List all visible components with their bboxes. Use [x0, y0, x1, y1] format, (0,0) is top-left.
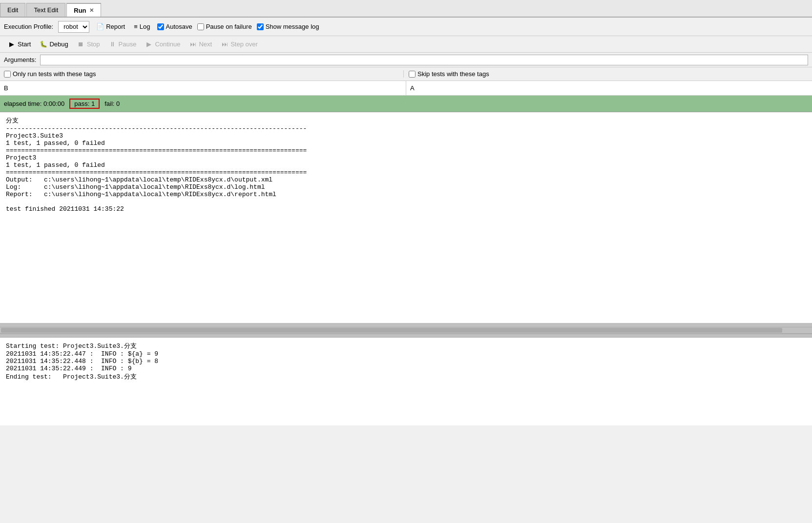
start-button[interactable]: ▶ Start	[4, 40, 35, 49]
log-label: Log	[140, 23, 150, 30]
arguments-row: Arguments:	[0, 53, 812, 67]
next-button[interactable]: ⏭ Next	[185, 40, 216, 49]
tab-run-label: Run	[74, 7, 86, 14]
only-run-tags-input[interactable]	[0, 81, 406, 95]
message-log[interactable]: Starting test: Project3.Suite3.分支 202110…	[0, 338, 812, 425]
tags-input-row	[0, 81, 812, 96]
pause-on-failure-label[interactable]: Pause on failure	[197, 23, 252, 30]
show-message-log-checkbox[interactable]	[257, 23, 264, 30]
start-icon: ▶	[8, 40, 16, 48]
continue-icon: ▶	[145, 40, 153, 48]
skip-tags-input[interactable]	[406, 81, 812, 95]
step-over-button[interactable]: ⏭ Step over	[217, 40, 262, 49]
autosave-label-text: Autosave	[166, 23, 192, 30]
status-bar: elapsed time: 0:00:00 pass: 1 fail: 0	[0, 96, 812, 112]
arguments-label: Arguments:	[4, 56, 36, 63]
stop-label: Stop	[87, 40, 100, 48]
debug-icon: 🐛	[40, 40, 47, 48]
pause-on-failure-checkbox[interactable]	[197, 23, 204, 30]
debug-button[interactable]: 🐛 Debug	[36, 40, 72, 49]
report-button[interactable]: 📄 Report	[94, 22, 127, 31]
elapsed-time: elapsed time: 0:00:00	[4, 100, 64, 107]
pause-on-failure-text: Pause on failure	[206, 23, 252, 30]
tab-text-edit-label: Text Edit	[34, 6, 58, 14]
arguments-input[interactable]	[40, 55, 808, 65]
debug-label: Debug	[49, 40, 68, 48]
autosave-checkbox-label[interactable]: Autosave	[157, 23, 192, 30]
run-controls: ▶ Start 🐛 Debug ⏹ Stop ⏸ Pause ▶ Continu…	[0, 36, 812, 53]
pause-button[interactable]: ⏸ Pause	[105, 40, 141, 49]
fail-count: fail: 0	[104, 100, 120, 107]
only-run-tags-text: Only run tests with these tags	[13, 70, 96, 78]
tab-text-edit[interactable]: Text Edit	[26, 3, 65, 17]
horizontal-scrollbar[interactable]	[0, 327, 812, 334]
execution-profile-label: Execution Profile:	[4, 23, 53, 30]
continue-button[interactable]: ▶ Continue	[141, 40, 184, 49]
tab-edit[interactable]: Edit	[0, 3, 25, 17]
resize-handle[interactable]	[0, 334, 812, 338]
scrollbar-thumb[interactable]	[1, 328, 782, 333]
show-message-log-label[interactable]: Show message log	[257, 23, 319, 30]
pass-badge: pass: 1	[69, 99, 100, 109]
stop-icon: ⏹	[77, 40, 85, 48]
only-run-tags-checkbox[interactable]	[4, 71, 11, 78]
tab-edit-label: Edit	[7, 6, 18, 14]
next-icon: ⏭	[189, 40, 197, 48]
tab-bar: Edit Text Edit Run ✕	[0, 0, 812, 18]
log-button[interactable]: ≡ Log	[132, 22, 152, 31]
tab-run-close[interactable]: ✕	[89, 7, 94, 14]
skip-tags-checkbox[interactable]	[409, 71, 416, 78]
show-message-log-text: Show message log	[266, 23, 319, 30]
step-over-label: Step over	[230, 40, 258, 48]
step-over-icon: ⏭	[221, 40, 229, 48]
continue-label: Continue	[155, 40, 180, 48]
autosave-checkbox[interactable]	[157, 23, 164, 30]
start-label: Start	[18, 40, 31, 48]
skip-tags-text: Skip tests with these tags	[417, 70, 489, 78]
tab-run[interactable]: Run ✕	[66, 3, 101, 17]
pause-label: Pause	[119, 40, 137, 48]
toolbar-run: Execution Profile: robot 📄 Report ≡ Log …	[0, 18, 812, 36]
skip-tags-label[interactable]: Skip tests with these tags	[409, 70, 489, 78]
report-icon: 📄	[96, 23, 104, 30]
profile-select[interactable]: robot	[58, 21, 89, 33]
report-label: Report	[106, 23, 125, 30]
output-area[interactable]: 分支 -------------------------------------…	[0, 112, 812, 327]
next-label: Next	[199, 40, 212, 48]
log-icon: ≡	[134, 23, 138, 30]
only-run-tags-label[interactable]: Only run tests with these tags	[4, 70, 96, 78]
pause-icon: ⏸	[109, 40, 117, 48]
stop-button[interactable]: ⏹ Stop	[73, 40, 104, 49]
tags-row: Only run tests with these tags Skip test…	[0, 67, 812, 81]
